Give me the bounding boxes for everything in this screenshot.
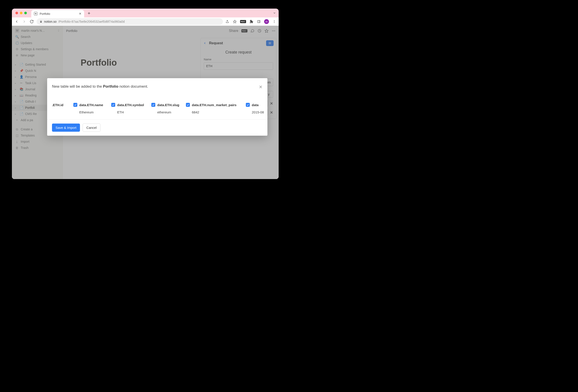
import-modal: New table will be added to the Portfolio… — [47, 78, 267, 136]
notion-favicon: N — [34, 12, 38, 15]
svg-point-4 — [274, 21, 275, 22]
save-import-button[interactable]: Save & Import — [52, 124, 80, 132]
modal-header: New table will be added to the Portfolio… — [47, 78, 267, 92]
tab-title: Portfolio — [40, 12, 77, 15]
svg-rect-1 — [257, 20, 260, 23]
column-header[interactable]: data — [246, 103, 259, 107]
side-panel-icon[interactable] — [257, 19, 261, 24]
modal-text-prefix: New table will be added to the — [52, 84, 103, 89]
address-bar: notion.so/Portfolio-87aa7be8e2064532aef0… — [12, 17, 279, 26]
cancel-button[interactable]: Cancel — [83, 124, 100, 132]
column-label: data.ETH.name — [79, 103, 103, 107]
forward-button[interactable] — [22, 20, 27, 24]
close-window-button[interactable] — [15, 12, 18, 14]
table-cell: 6842 — [186, 110, 241, 114]
modal-text-suffix: notion document. — [118, 84, 148, 89]
profile-avatar[interactable]: m — [264, 19, 269, 24]
table-cell: 2015-08 — [246, 110, 259, 114]
column-header[interactable]: .ETH.id — [52, 103, 68, 107]
minimize-window-button[interactable] — [20, 12, 22, 14]
url-domain: notion.so — [44, 20, 57, 23]
new-tab-button[interactable]: ＋ — [87, 10, 91, 16]
column-label: data.ETH.num_market_pairs — [192, 103, 237, 107]
svg-marker-0 — [233, 20, 236, 23]
table-cell: ETH — [111, 110, 146, 114]
column-checkbox[interactable] — [186, 103, 190, 107]
browser-window: N Portfolio ✕ ＋ notion.so/Portfolio-87aa… — [12, 9, 279, 179]
url-path: /Portfolio-87aa7be8e2064532aef0d6f74a960… — [58, 20, 125, 23]
column-checkbox[interactable] — [111, 103, 115, 107]
modal-text-bold: Portfolio — [103, 84, 118, 89]
svg-point-3 — [274, 20, 275, 21]
url-input[interactable]: notion.so/Portfolio-87aa7be8e2064532aef0… — [37, 18, 223, 25]
bookmark-star-icon[interactable] — [233, 19, 237, 24]
column-label: .ETH.id — [52, 103, 63, 107]
chrome-menu-icon[interactable] — [272, 19, 277, 24]
reload-button[interactable] — [29, 20, 34, 24]
share-icon[interactable] — [225, 19, 230, 24]
column-checkbox[interactable] — [73, 103, 77, 107]
table-cell: ethereum — [151, 110, 181, 114]
maximize-window-button[interactable] — [24, 12, 27, 14]
extension-nac-badge[interactable]: N&C — [240, 20, 246, 23]
column-header[interactable]: data.ETH.slug — [151, 103, 181, 107]
extensions-icon[interactable] — [249, 19, 253, 24]
traffic-lights — [15, 12, 27, 14]
column-checkbox[interactable] — [151, 103, 155, 107]
tab-strip: N Portfolio ✕ ＋ — [12, 9, 279, 17]
column-label: data — [252, 103, 259, 107]
column-checkbox[interactable] — [246, 103, 250, 107]
expand-tabs-icon[interactable] — [273, 11, 276, 14]
column-header[interactable]: data.ETH.num_market_pairs — [186, 103, 241, 107]
back-button[interactable] — [14, 20, 19, 24]
close-tab-icon[interactable]: ✕ — [79, 12, 82, 15]
close-modal-icon[interactable]: ✕ — [259, 84, 263, 90]
svg-point-5 — [274, 22, 275, 23]
table-cell — [52, 110, 68, 114]
column-header[interactable]: data.ETH.symbol — [111, 103, 146, 107]
browser-tab[interactable]: N Portfolio ✕ — [31, 10, 84, 17]
column-label: data.ETH.symbol — [117, 103, 144, 107]
column-label: data.ETH.slug — [157, 103, 179, 107]
preview-table: .ETH.iddata.ETH.namedata.ETH.symboldata.… — [47, 92, 267, 120]
toolbar-icons: N&C m — [225, 19, 277, 24]
table-cell: Ethereum — [73, 110, 106, 114]
lock-icon — [40, 20, 42, 23]
column-header[interactable]: data.ETH.name — [73, 103, 106, 107]
